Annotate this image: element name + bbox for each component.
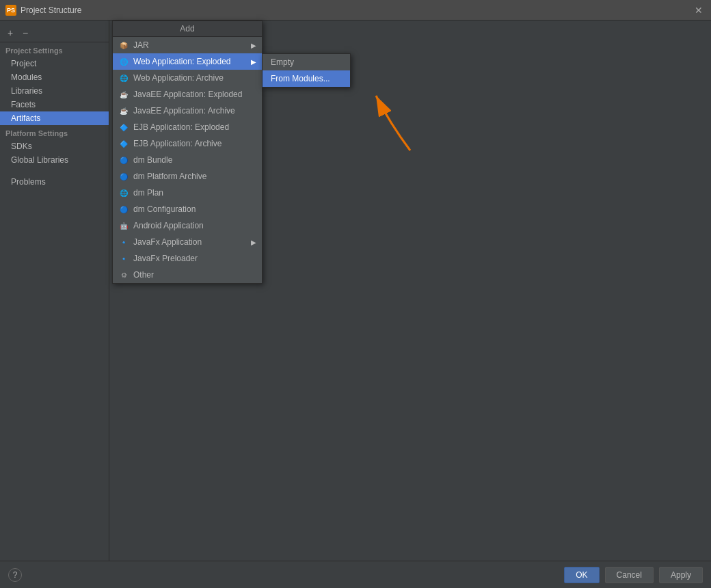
javaee-archive-icon: ☕	[118, 105, 129, 116]
sidebar-item-sdks[interactable]: SDKs	[0, 139, 109, 153]
menu-item-dm-bundle[interactable]: 🔵 dm Bundle	[113, 152, 262, 168]
ejb-archive-icon: 🔷	[118, 138, 129, 149]
sidebar-item-artifacts[interactable]: Artifacts	[0, 111, 109, 125]
menu-item-other[interactable]: ⚙ Other	[113, 267, 262, 283]
arrow-icon: ▶	[251, 42, 256, 49]
menu-item-javaee-exploded[interactable]: ☕ JavaEE Application: Exploded	[113, 86, 262, 103]
submenu-item-from-modules[interactable]: From Modules...	[263, 70, 350, 87]
remove-button[interactable]: −	[18, 25, 33, 40]
menu-item-dm-configuration[interactable]: 🔵 dm Configuration	[113, 201, 262, 217]
window-title: Project Structure	[21, 5, 692, 15]
add-dropdown-menu: Add 📦 JAR ▶ 🌐 Web Application: Exploded …	[112, 21, 263, 284]
menu-item-ejb-archive[interactable]: 🔷 EJB Application: Archive	[113, 135, 262, 152]
menu-item-javaee-archive[interactable]: ☕ JavaEE Application: Archive	[113, 103, 262, 119]
app-icon: PS	[5, 5, 16, 16]
web-archive-icon: 🌐	[118, 72, 129, 83]
apply-button[interactable]: Apply	[659, 567, 703, 583]
menu-item-web-archive[interactable]: 🌐 Web Application: Archive	[113, 70, 262, 86]
title-bar: PS Project Structure ✕	[0, 0, 711, 21]
main-container: + − Project Settings Project Modules Lib…	[0, 21, 711, 561]
menu-item-android[interactable]: 🤖 Android Application	[113, 217, 262, 234]
bottom-bar: ? OK Cancel Apply	[0, 561, 711, 588]
menu-item-ejb-exploded[interactable]: 🔷 EJB Application: Exploded	[113, 119, 262, 135]
ejb-exploded-icon: 🔷	[118, 122, 129, 133]
arrow-annotation	[335, 82, 438, 157]
menu-item-web-exploded[interactable]: 🌐 Web Application: Exploded ▶ Empty From…	[113, 53, 262, 70]
menu-item-javafx-preloader[interactable]: 🔹 JavaFx Preloader	[113, 250, 262, 267]
menu-item-dm-platform-archive[interactable]: 🔵 dm Platform Archive	[113, 168, 262, 185]
sidebar-item-libraries[interactable]: Libraries	[0, 84, 109, 98]
content-area: Add 📦 JAR ▶ 🌐 Web Application: Exploded …	[109, 21, 711, 561]
menu-header: Add	[113, 21, 262, 37]
sidebar-item-modules[interactable]: Modules	[0, 70, 109, 84]
sidebar-item-project[interactable]: Project	[0, 57, 109, 70]
javafx-preloader-icon: 🔹	[118, 253, 129, 264]
sidebar-item-global-libraries[interactable]: Global Libraries	[0, 153, 109, 167]
javafx-icon: 🔹	[118, 237, 129, 248]
other-icon: ⚙	[118, 269, 129, 280]
jar-icon: 📦	[118, 40, 129, 51]
sidebar-item-problems[interactable]: Problems	[0, 175, 109, 189]
android-icon: 🤖	[118, 220, 129, 231]
dm-platform-icon: 🔵	[118, 171, 129, 182]
sidebar-item-facets[interactable]: Facets	[0, 98, 109, 111]
javaee-exploded-icon: ☕	[118, 89, 129, 100]
menu-item-dm-plan[interactable]: 🌐 dm Plan	[113, 185, 262, 201]
menu-item-jar[interactable]: 📦 JAR ▶	[113, 37, 262, 53]
web-icon: 🌐	[118, 56, 129, 67]
dm-bundle-icon: 🔵	[118, 155, 129, 165]
arrow-icon-2: ▶	[251, 58, 256, 66]
close-button[interactable]: ✕	[692, 3, 706, 17]
add-button[interactable]: +	[3, 25, 18, 40]
dm-plan-icon: 🌐	[118, 187, 129, 198]
javafx-arrow-icon: ▶	[251, 239, 256, 246]
cancel-button[interactable]: Cancel	[605, 567, 654, 583]
web-exploded-submenu: Empty From Modules...	[262, 53, 351, 88]
help-button[interactable]: ?	[8, 568, 22, 582]
project-settings-header: Project Settings	[0, 42, 109, 57]
sidebar-toolbar: + −	[0, 23, 109, 42]
ok-button[interactable]: OK	[564, 567, 599, 583]
menu-item-javafx-application[interactable]: 🔹 JavaFx Application ▶	[113, 234, 262, 250]
platform-settings-header: Platform Settings	[0, 125, 109, 139]
submenu-item-empty[interactable]: Empty	[263, 54, 350, 70]
dm-config-icon: 🔵	[118, 204, 129, 215]
sidebar: + − Project Settings Project Modules Lib…	[0, 21, 109, 561]
